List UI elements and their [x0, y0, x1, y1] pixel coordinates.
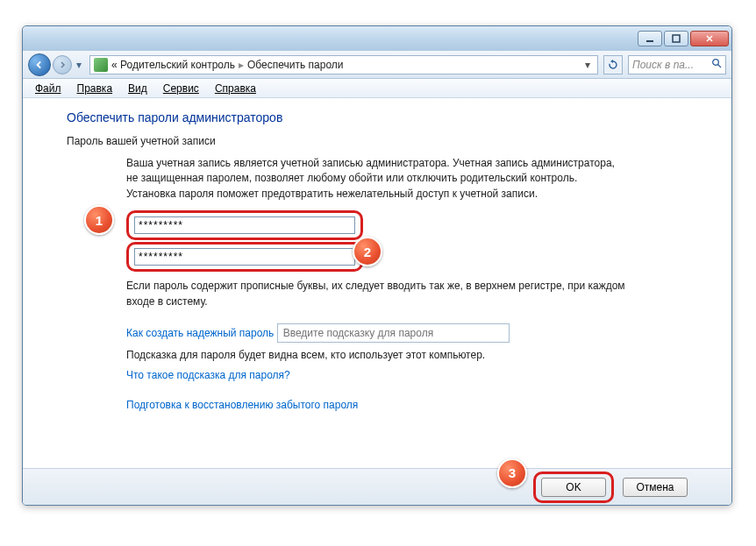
svg-line-3	[718, 65, 722, 68]
section-label: Пароль вашей учетной записи	[67, 135, 707, 147]
password-input-1[interactable]	[134, 216, 355, 234]
search-icon[interactable]	[711, 58, 722, 71]
menu-view[interactable]: Вид	[121, 81, 154, 96]
menubar: Файл Правка Вид Сервис Справка	[23, 79, 731, 98]
page-title: Обеспечить пароли администраторов	[67, 110, 707, 124]
content-area: Обеспечить пароли администраторов Пароль…	[23, 98, 731, 468]
svg-rect-0	[646, 40, 653, 42]
address-dropdown-icon[interactable]: ▾	[581, 59, 594, 71]
nav-history-dropdown[interactable]: ▾	[74, 55, 84, 74]
password-hint-input[interactable]	[277, 323, 510, 343]
breadcrumb-separator-icon: ▸	[239, 59, 244, 71]
link-strong-password[interactable]: Как создать надежный пароль	[126, 327, 274, 339]
address-bar[interactable]: « Родительский контроль ▸ Обеспечить пар…	[89, 55, 598, 74]
svg-rect-1	[673, 35, 680, 42]
link-password-recovery[interactable]: Подготовка к восстановлению забытого пар…	[126, 399, 358, 411]
breadcrumb-prefix: «	[111, 59, 118, 71]
annotation-badge-3: 3	[497, 458, 527, 488]
password-field-1-wrap: 1	[126, 210, 626, 240]
navbar: ▾ « Родительский контроль ▸ Обеспечить п…	[23, 51, 731, 79]
nav-forward-button[interactable]	[53, 55, 72, 74]
ok-button[interactable]: OK	[541, 478, 606, 497]
annotation-badge-1: 1	[84, 205, 114, 235]
body-block: Ваша учетная запись является учетной зап…	[126, 156, 626, 414]
close-button[interactable]	[690, 31, 729, 46]
password-input-2[interactable]	[134, 248, 355, 266]
breadcrumb-current[interactable]: Обеспечить пароли	[247, 59, 344, 71]
breadcrumb-parent[interactable]: Родительский контроль	[120, 59, 235, 71]
ok-button-highlight: OK 3	[533, 472, 614, 503]
nav-back-button[interactable]	[28, 53, 51, 76]
control-panel-icon	[94, 58, 108, 72]
menu-file[interactable]: Файл	[28, 81, 68, 96]
control-panel-window: ▾ « Родительский контроль ▸ Обеспечить п…	[22, 25, 732, 506]
titlebar	[23, 26, 731, 51]
search-placeholder: Поиск в па...	[632, 59, 694, 71]
refresh-button[interactable]	[603, 55, 623, 74]
password-field-2-wrap: 2	[126, 242, 626, 272]
link-hint-help[interactable]: Что такое подсказка для пароля?	[126, 369, 290, 381]
svg-point-2	[713, 60, 719, 66]
case-note: Если пароль содержит прописные буквы, их…	[126, 279, 626, 309]
menu-tools[interactable]: Сервис	[156, 81, 206, 96]
maximize-button[interactable]	[664, 31, 688, 46]
hint-note: Подсказка для пароля будет видна всем, к…	[126, 348, 626, 363]
search-box[interactable]: Поиск в па...	[628, 55, 726, 74]
footer: OK 3 Отмена	[23, 468, 731, 505]
menu-edit[interactable]: Правка	[70, 81, 120, 96]
minimize-button[interactable]	[638, 31, 662, 46]
cancel-button[interactable]: Отмена	[623, 478, 688, 497]
menu-help[interactable]: Справка	[208, 81, 263, 96]
description-text: Ваша учетная запись является учетной зап…	[126, 156, 626, 202]
annotation-badge-2: 2	[353, 237, 382, 266]
